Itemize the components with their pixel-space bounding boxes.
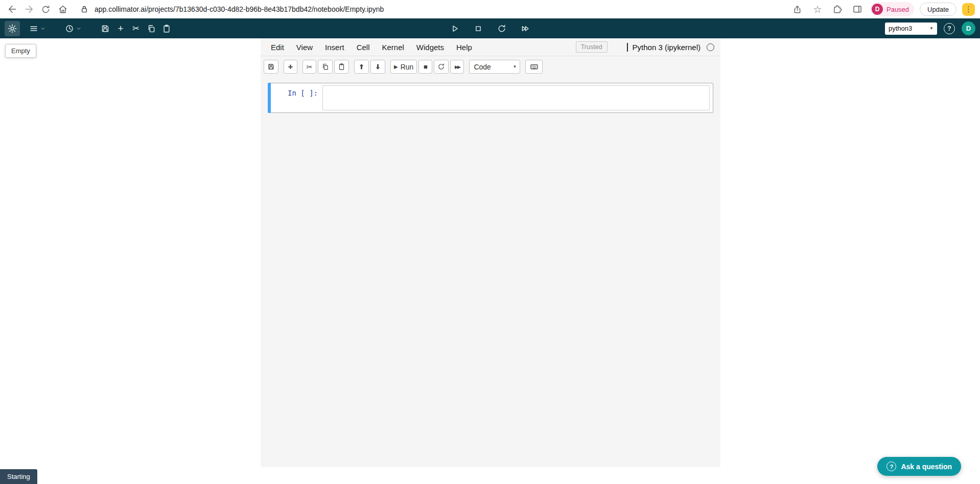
reload-icon — [41, 5, 51, 14]
code-editor[interactable] — [322, 85, 710, 110]
copy-cells-button[interactable] — [318, 60, 333, 74]
kernel-separator — [627, 43, 628, 52]
help-button[interactable]: ? — [944, 23, 955, 34]
extensions-button[interactable] — [830, 2, 845, 16]
menu-cell[interactable]: Cell — [351, 38, 376, 56]
paste-button[interactable] — [159, 21, 174, 36]
fast-forward-button[interactable] — [518, 21, 533, 36]
ask-question-label: Ask a question — [901, 463, 952, 471]
menu-edit[interactable]: Edit — [265, 38, 290, 56]
play-icon — [450, 24, 459, 33]
input-prompt: In [ ]: — [268, 83, 322, 97]
move-cell-up-button[interactable] — [354, 60, 369, 74]
home-button[interactable] — [55, 2, 71, 17]
restart-kernel-button[interactable] — [434, 60, 449, 74]
notebook-body: In [ ]: — [261, 77, 720, 113]
run-label: Run — [401, 63, 414, 71]
interrupt-kernel-button[interactable]: ■ — [418, 60, 432, 74]
main-menu-button[interactable] — [26, 21, 49, 36]
hamburger-icon — [29, 24, 38, 33]
simulation-controls — [447, 18, 533, 38]
restart-icon — [437, 63, 445, 71]
run-cell-button[interactable]: ▶ Run — [390, 60, 417, 74]
move-group — [354, 60, 385, 74]
menu-view[interactable]: View — [290, 38, 319, 56]
plus-icon: + — [288, 62, 293, 72]
select-arrow-icon: ▼ — [929, 26, 934, 31]
fast-forward-icon — [521, 24, 530, 33]
browser-actions: ☆ D Paused Update ⋮ — [790, 2, 976, 16]
back-icon — [7, 4, 17, 14]
share-button[interactable] — [790, 2, 805, 16]
code-cell[interactable]: In [ ]: — [268, 83, 713, 113]
cell-type-value: Code — [474, 63, 491, 71]
app-toolbar: + ✂ python3 ▼ ? D — [0, 18, 980, 38]
copy-button[interactable] — [144, 21, 159, 36]
save-icon — [101, 24, 110, 33]
insert-cell-below-button[interactable]: + — [284, 60, 297, 74]
copy-icon — [321, 63, 329, 71]
bookmark-button[interactable]: ☆ — [810, 2, 825, 16]
collimator-logo-button[interactable] — [5, 21, 20, 36]
kernel-select-value: python3 — [889, 25, 912, 32]
paste-cells-button[interactable] — [334, 60, 349, 74]
scissors-icon: ✂ — [307, 63, 313, 71]
move-cell-down-button[interactable] — [370, 60, 385, 74]
overflow-dots-icon: ⋮ — [965, 5, 972, 14]
fast-forward-icon: ▶▶ — [455, 64, 460, 70]
cut-cells-button[interactable]: ✂ — [302, 60, 316, 74]
question-mark-icon: ? — [886, 462, 896, 471]
chevron-down-icon — [40, 26, 45, 31]
cell-type-select[interactable]: Code ▼ — [469, 60, 520, 74]
history-menu-button[interactable] — [62, 21, 84, 36]
restart-simulation-button[interactable] — [494, 21, 509, 36]
command-palette-button[interactable] — [525, 60, 543, 74]
reload-button[interactable] — [38, 2, 54, 17]
insert-group: + — [284, 60, 297, 74]
kernel-idle-icon — [707, 43, 714, 51]
ask-question-button[interactable]: ? Ask a question — [877, 457, 961, 476]
profile-chip[interactable]: D Paused — [870, 2, 914, 16]
back-button[interactable] — [4, 2, 20, 17]
update-label: Update — [927, 6, 949, 13]
gear-logo-icon — [7, 24, 17, 34]
tooltip-empty: Empty — [5, 44, 36, 58]
stop-icon — [474, 24, 483, 33]
run-simulation-button[interactable] — [447, 21, 462, 36]
kernel-select[interactable]: python3 ▼ — [885, 22, 937, 35]
chevron-down-icon — [76, 26, 81, 31]
save-button[interactable] — [98, 21, 113, 36]
save-icon — [267, 63, 275, 71]
stop-simulation-button[interactable] — [471, 21, 486, 36]
stop-icon: ■ — [424, 63, 428, 71]
add-button[interactable]: + — [113, 21, 128, 36]
save-group — [264, 60, 278, 74]
clipboard-group: ✂ — [302, 60, 349, 74]
copy-icon — [147, 24, 156, 33]
cut-button[interactable]: ✂ — [128, 21, 144, 36]
restart-icon — [497, 24, 506, 33]
browser-menu-button[interactable]: ⋮ — [962, 3, 975, 16]
forward-button[interactable] — [21, 2, 37, 17]
update-button[interactable]: Update — [920, 3, 956, 16]
save-notebook-button[interactable] — [264, 60, 278, 74]
menu-widgets[interactable]: Widgets — [410, 38, 450, 56]
menu-help[interactable]: Help — [450, 38, 478, 56]
restart-run-all-button[interactable]: ▶▶ — [450, 60, 464, 74]
side-panel-button[interactable] — [850, 2, 865, 16]
address-bar[interactable]: app.collimator.ai/projects/7b13630d-c030… — [80, 5, 789, 14]
run-group: ▶ Run ■ ▶▶ — [390, 60, 464, 74]
trusted-button[interactable]: Trusted — [576, 41, 608, 53]
menu-insert[interactable]: Insert — [319, 38, 351, 56]
site-info-button[interactable] — [80, 5, 89, 14]
clock-icon — [65, 24, 74, 33]
selected-cell-indicator — [268, 83, 271, 113]
kernel-name-label: Python 3 (ipykernel) — [633, 43, 701, 52]
star-icon: ☆ — [813, 5, 822, 14]
kernel-indicator: Python 3 (ipykernel) — [627, 43, 714, 52]
menu-kernel[interactable]: Kernel — [376, 38, 410, 56]
palette-group — [525, 60, 543, 74]
user-avatar[interactable]: D — [962, 21, 975, 35]
lock-icon — [80, 5, 89, 14]
keyboard-icon — [530, 62, 539, 71]
